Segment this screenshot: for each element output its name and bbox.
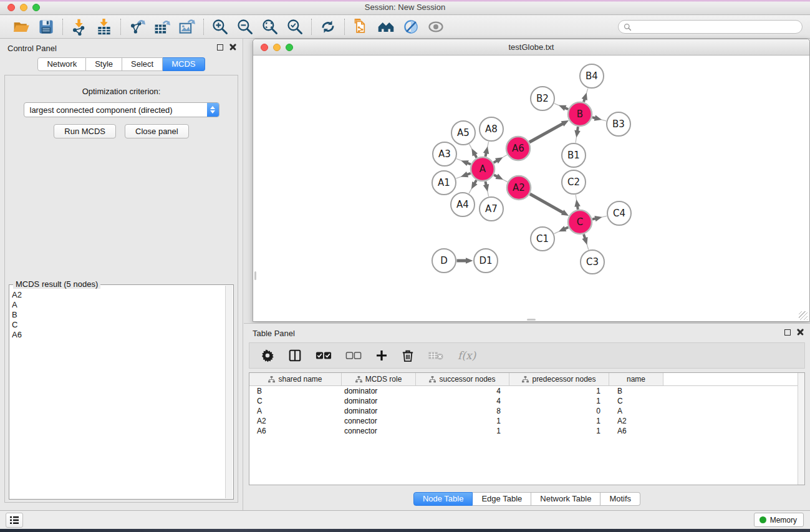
cell-mcds-role[interactable]: dominator <box>342 397 416 405</box>
network-graph[interactable]: AA1A2A3A4A5A6A7A8BB1B2B3B4CC1C2C3C4DD1 <box>254 56 809 321</box>
column-header-mcds-role[interactable]: MCDS role <box>342 373 416 385</box>
cell-successor-nodes[interactable]: 4 <box>416 387 509 395</box>
graph-edge-B-B4[interactable] <box>582 89 588 102</box>
graph-node-A2[interactable]: A2 <box>507 176 531 200</box>
new-network-from-selection-icon[interactable] <box>352 17 370 36</box>
graph-edge-A-A3[interactable] <box>456 159 471 167</box>
cell-name[interactable]: A <box>609 407 663 415</box>
graph-node-A6[interactable]: A6 <box>506 137 530 160</box>
run-mcds-button[interactable]: Run MCDS <box>54 124 116 138</box>
show-graphics-details-icon[interactable] <box>427 17 445 36</box>
select-all-checkboxes-icon[interactable] <box>316 351 332 360</box>
delete-table-icon[interactable] <box>428 351 444 360</box>
graph-node-C2[interactable]: C2 <box>562 170 586 194</box>
tab-style[interactable]: Style <box>86 57 122 71</box>
graph-edge-A2-C[interactable] <box>530 194 569 216</box>
first-neighbors-icon[interactable] <box>377 17 395 36</box>
graph-edge-B-B1[interactable] <box>574 127 580 142</box>
cell-mcds-role[interactable]: dominator <box>342 407 416 415</box>
close-table-panel-icon[interactable] <box>797 329 804 336</box>
graph-edge-A-A6[interactable] <box>494 155 508 163</box>
cell-mcds-role[interactable]: connector <box>342 427 416 435</box>
cell-predecessor-nodes[interactable]: 1 <box>509 387 609 395</box>
graph-edge-D-D1[interactable] <box>457 258 473 264</box>
column-header-predecessor-nodes[interactable]: predecessor nodes <box>509 373 609 385</box>
tab-select[interactable]: Select <box>122 57 163 71</box>
tab-network[interactable]: Network <box>37 57 86 71</box>
tab-mcds[interactable]: MCDS <box>163 57 205 71</box>
float-table-panel-icon[interactable] <box>784 329 791 336</box>
export-table-icon[interactable] <box>153 17 171 36</box>
cell-name[interactable]: A6 <box>609 427 663 435</box>
memory-button[interactable]: Memory <box>754 513 804 527</box>
cell-predecessor-nodes[interactable]: 0 <box>509 407 609 415</box>
table-tab-network-table[interactable]: Network Table <box>531 492 600 506</box>
column-header-successor-nodes[interactable]: successor nodes <box>416 373 509 385</box>
graph-edge-B-B3[interactable] <box>592 115 606 121</box>
close-panel-button[interactable]: Close panel <box>125 124 189 138</box>
criterion-dropdown[interactable]: largest connected component (directed) <box>24 102 219 117</box>
graph-node-A1[interactable]: A1 <box>432 171 456 195</box>
float-panel-icon[interactable] <box>217 44 223 51</box>
table-row[interactable]: A2connector11A2 <box>249 416 804 426</box>
function-builder-icon[interactable]: f(x) <box>458 349 476 362</box>
network-canvas[interactable]: AA1A2A3A4A5A6A7A8BB1B2B3B4CC1C2C3C4DD1 <box>254 56 809 321</box>
table-row[interactable]: Cdominator41C <box>249 396 804 406</box>
graph-edge-A-A5[interactable] <box>470 144 478 158</box>
cell-shared-name[interactable]: C <box>249 397 342 405</box>
cell-successor-nodes[interactable]: 8 <box>416 407 509 415</box>
cell-shared-name[interactable]: A2 <box>249 417 342 425</box>
cell-shared-name[interactable]: B <box>249 387 342 395</box>
close-panel-icon[interactable] <box>229 44 236 51</box>
export-image-icon[interactable] <box>178 17 196 36</box>
graph-node-B1[interactable]: B1 <box>562 143 586 167</box>
save-session-icon[interactable] <box>37 17 55 36</box>
graph-node-A4[interactable]: A4 <box>451 193 475 216</box>
cell-predecessor-nodes[interactable]: 1 <box>509 417 609 425</box>
window-resize-grip[interactable] <box>799 311 808 320</box>
cell-name[interactable]: B <box>609 387 663 395</box>
graph-node-C[interactable]: C <box>568 210 592 234</box>
graph-edge-A-A1[interactable] <box>456 172 470 178</box>
cell-name[interactable]: A2 <box>609 417 663 425</box>
cell-successor-nodes[interactable]: 1 <box>416 427 509 435</box>
search-input[interactable] <box>635 22 797 31</box>
graph-edge-A-A7[interactable] <box>483 181 489 196</box>
table-row[interactable]: Adominator80A <box>249 406 804 416</box>
graph-node-C4[interactable]: C4 <box>607 201 631 225</box>
graph-edge-A6-B[interactable] <box>529 120 569 142</box>
graph-node-A[interactable]: A <box>471 157 494 181</box>
graph-node-A8[interactable]: A8 <box>480 117 503 141</box>
cell-shared-name[interactable]: A <box>249 407 342 415</box>
table-tab-edge-table[interactable]: Edge Table <box>473 492 531 506</box>
deselect-all-checkboxes-icon[interactable] <box>345 351 362 360</box>
cell-mcds-role[interactable]: dominator <box>342 387 416 395</box>
import-network-icon[interactable] <box>70 17 89 36</box>
graph-edge-C-C3[interactable] <box>582 235 588 250</box>
network-window-titlebar[interactable]: testGlobe.txt <box>253 39 809 56</box>
graph-node-B4[interactable]: B4 <box>580 64 604 88</box>
graph-node-B3[interactable]: B3 <box>607 112 630 136</box>
cell-successor-nodes[interactable]: 4 <box>416 397 509 405</box>
graph-node-D[interactable]: D <box>432 249 456 273</box>
graph-node-D1[interactable]: D1 <box>474 249 498 273</box>
open-session-icon[interactable] <box>12 17 31 36</box>
graph-node-A7[interactable]: A7 <box>480 197 503 221</box>
graph-edge-A-A8[interactable] <box>483 142 489 157</box>
graph-edge-C-C1[interactable] <box>554 226 569 233</box>
cell-mcds-role[interactable]: connector <box>342 417 416 425</box>
graph-node-C1[interactable]: C1 <box>531 227 554 251</box>
table-row[interactable]: Bdominator41B <box>249 386 804 396</box>
table-row[interactable]: A6connector11A6 <box>249 426 804 436</box>
zoom-fit-icon[interactable] <box>261 17 279 36</box>
graph-edge-C-C4[interactable] <box>592 216 607 221</box>
cell-name[interactable]: C <box>609 397 663 405</box>
table-settings-icon[interactable] <box>261 349 274 362</box>
column-header-shared-name[interactable]: shared name <box>249 373 342 385</box>
graph-edge-B-B2[interactable] <box>554 104 568 111</box>
graph-edge-A-A2[interactable] <box>494 173 508 181</box>
zoom-selected-icon[interactable] <box>286 17 304 36</box>
delete-columns-icon[interactable] <box>402 349 414 362</box>
table-scrollbar[interactable] <box>798 373 804 485</box>
table-tab-motifs[interactable]: Motifs <box>600 492 640 506</box>
